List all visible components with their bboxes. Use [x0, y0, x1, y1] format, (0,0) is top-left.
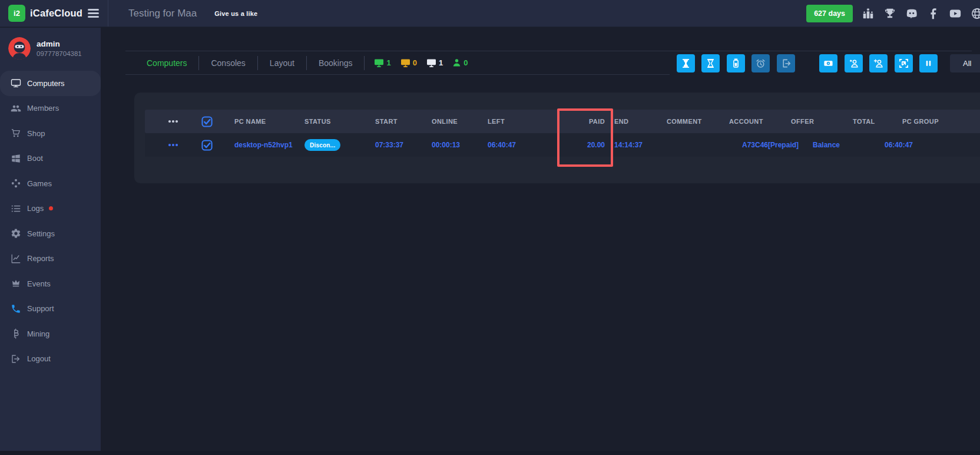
sidebar-item-label: Reports	[27, 254, 54, 263]
tab-bookings[interactable]: Bookings	[307, 58, 365, 68]
license-days-button[interactable]: 627 days	[806, 5, 853, 22]
col-header-total[interactable]: TOTAL	[847, 118, 896, 125]
give-us-a-like-link[interactable]: Give us a like	[214, 10, 257, 17]
sidebar-item-members[interactable]: Members	[0, 96, 101, 121]
topbar: i2 iCafeCloud Testing for Maa Give us a …	[0, 0, 980, 27]
col-header-left[interactable]: LEFT	[478, 118, 515, 125]
main-content: Computers Consoles Layout Bookings 1 0	[101, 27, 980, 451]
tab-consoles[interactable]: Consoles	[199, 58, 257, 68]
chart-icon	[11, 253, 21, 264]
cell-account: A73C46[Prepaid]	[723, 141, 786, 149]
more-options-icon[interactable]	[168, 120, 178, 123]
tab-layout[interactable]: Layout	[258, 58, 306, 68]
col-header-offer[interactable]: OFFER	[786, 118, 847, 125]
sidebar-item-label: Support	[27, 304, 54, 313]
cell-pc-name[interactable]: desktop-n52hvp1	[224, 141, 296, 149]
sidebar-item-settings[interactable]: Settings	[0, 221, 101, 246]
monitor-off-icon	[400, 58, 410, 67]
sidebar-item-mining[interactable]: Mining	[0, 321, 101, 347]
youtube-icon[interactable]	[949, 7, 962, 20]
toolbar: All	[670, 51, 980, 75]
hourglass-outline-button[interactable]	[701, 54, 720, 72]
cafe-title: Testing for Maa	[128, 8, 197, 19]
globe-icon[interactable]	[971, 7, 980, 20]
crown-icon	[11, 278, 21, 289]
cell-paid: 20.00	[515, 141, 611, 149]
more-options-icon[interactable]	[168, 144, 178, 146]
col-header-paid[interactable]: PAID	[515, 118, 611, 125]
signout-button[interactable]	[777, 54, 795, 72]
col-header-end[interactable]: END	[611, 118, 661, 125]
col-header-pc-name[interactable]: PC NAME	[224, 118, 296, 125]
sidebar-item-events[interactable]: Events	[0, 271, 101, 296]
col-header-online[interactable]: ONLINE	[422, 118, 478, 125]
cell-total: 06:40:47	[847, 141, 896, 149]
counter-pcs-total[interactable]: 1	[426, 58, 443, 67]
checkbox-checked-icon[interactable]	[201, 116, 213, 127]
header-options[interactable]	[145, 120, 190, 123]
add-member-plus-button[interactable]	[869, 54, 888, 72]
sidebar-item-label: Boot	[27, 154, 43, 163]
counter-pcs-off[interactable]: 0	[400, 58, 417, 67]
cell-offer: Balance	[786, 141, 847, 149]
row-select[interactable]	[190, 140, 224, 151]
counter-guests[interactable]: 0	[452, 58, 468, 67]
sidebar: admin 097778704381 Computers Members Sho…	[0, 28, 101, 451]
cell-status: Discon...	[296, 139, 368, 151]
pause-button[interactable]	[919, 54, 938, 72]
hourglass-filled-button[interactable]	[677, 54, 695, 72]
gear-icon	[11, 228, 21, 239]
bottom-strip	[0, 451, 980, 455]
hamburger-menu-icon[interactable]	[88, 9, 99, 17]
counter-value: 1	[439, 58, 443, 67]
members-icon	[11, 103, 21, 114]
sidebar-item-support[interactable]: Support	[0, 296, 101, 322]
row-options[interactable]	[145, 144, 190, 146]
status-badge[interactable]: Discon...	[304, 139, 340, 151]
col-header-account[interactable]: ACCOUNT	[723, 118, 786, 125]
monitor-on-icon	[374, 58, 384, 67]
ranking-icon[interactable]	[862, 7, 875, 20]
cell-left: 06:40:47	[478, 141, 515, 149]
sidebar-item-label: Settings	[27, 229, 55, 238]
user-id: 097778704381	[37, 50, 82, 57]
col-header-comment[interactable]: COMMENT	[661, 118, 723, 125]
sidebar-item-logout[interactable]: Logout	[0, 347, 101, 372]
pc-group-filter-select[interactable]: All	[950, 54, 980, 72]
alarm-button[interactable]	[751, 54, 770, 72]
sidebar-item-label: Mining	[27, 329, 49, 338]
col-header-status[interactable]: STATUS	[296, 118, 368, 125]
col-header-pc-group[interactable]: PC GROUP	[896, 118, 980, 125]
header-select-all[interactable]	[190, 116, 224, 127]
sidebar-nav: Computers Members Shop Boot Games Logs S…	[0, 71, 101, 371]
sidebar-item-boot[interactable]: Boot	[0, 146, 101, 172]
sidebar-item-games[interactable]: Games	[0, 171, 101, 196]
cash-button[interactable]	[819, 54, 837, 72]
tab-computers[interactable]: Computers	[135, 58, 198, 68]
sidebar-item-reports[interactable]: Reports	[0, 246, 101, 272]
checkbox-checked-icon[interactable]	[201, 140, 213, 151]
logout-icon	[11, 354, 21, 364]
bitcoin-icon	[11, 328, 21, 339]
phone-icon	[11, 304, 21, 314]
sidebar-item-computers[interactable]: Computers	[0, 71, 101, 96]
counter-pcs-on[interactable]: 1	[374, 58, 390, 67]
add-member-star-button[interactable]	[845, 54, 863, 72]
battery-button[interactable]	[727, 54, 745, 72]
list-icon	[11, 203, 21, 214]
sidebar-item-label: Logs	[27, 204, 44, 213]
col-header-start[interactable]: START	[368, 118, 422, 125]
discord-icon[interactable]	[905, 7, 918, 20]
table-header-row: PC NAME STATUS START ONLINE LEFT PAID EN…	[145, 110, 980, 133]
user-name: admin	[37, 39, 82, 48]
screenshot-button[interactable]	[895, 54, 913, 72]
icafecloud-logo-icon: i2	[8, 5, 25, 22]
facebook-icon[interactable]	[927, 7, 940, 20]
user-card[interactable]: admin 097778704381	[0, 28, 101, 60]
cart-icon	[11, 128, 21, 139]
trophy-icon[interactable]	[883, 7, 896, 20]
table-row[interactable]: desktop-n52hvp1 Discon... 07:33:37 00:00…	[145, 133, 980, 157]
sidebar-item-label: Events	[27, 279, 51, 288]
sidebar-item-logs[interactable]: Logs	[0, 196, 101, 222]
sidebar-item-shop[interactable]: Shop	[0, 121, 101, 146]
